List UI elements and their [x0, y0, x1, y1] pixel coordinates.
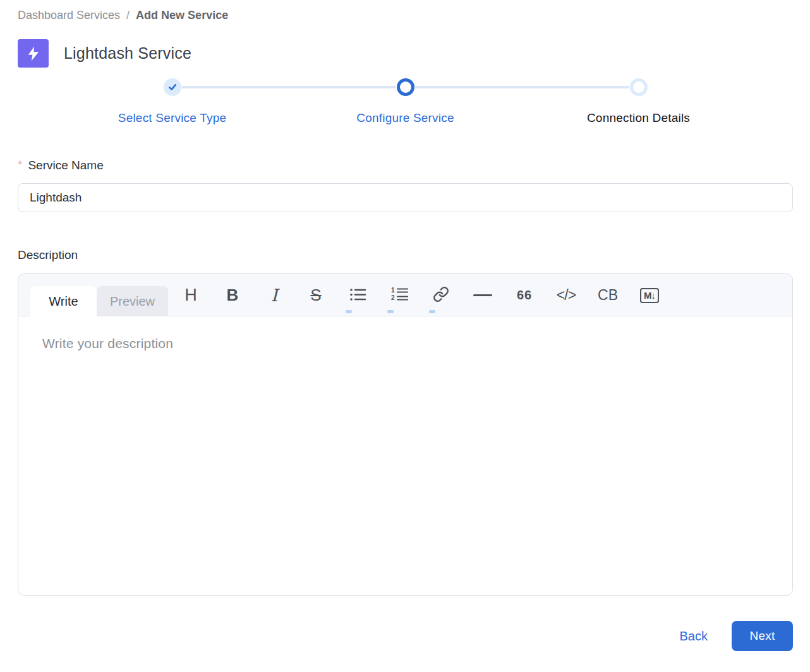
- lightning-bolt-icon: [18, 39, 49, 68]
- step-connector: [415, 86, 523, 88]
- step-label: Configure Service: [356, 111, 454, 125]
- strikethrough-button[interactable]: S: [295, 274, 337, 316]
- back-button[interactable]: Back: [680, 629, 708, 644]
- step-label: Select Service Type: [118, 111, 226, 125]
- link-button[interactable]: [420, 274, 462, 316]
- quote-icon: 66: [517, 288, 532, 303]
- breadcrumb-add-new-service: Add New Service: [136, 9, 228, 22]
- step-connection-details[interactable]: Connection Details: [522, 78, 755, 125]
- editor-tabs: Write Preview: [30, 286, 168, 317]
- tab-preview[interactable]: Preview: [97, 286, 168, 316]
- code-button[interactable]: </>: [545, 274, 587, 316]
- markdown-editor: Write Preview H B I S: [18, 273, 793, 596]
- step-select-service-type[interactable]: Select Service Type: [56, 78, 289, 125]
- next-button[interactable]: Next: [732, 621, 793, 651]
- step-connector: [289, 86, 396, 88]
- unordered-list-icon: [349, 287, 366, 304]
- page-title: Lightdash Service: [64, 44, 191, 63]
- heading-button[interactable]: H: [170, 274, 212, 316]
- breadcrumb-dashboard-services[interactable]: Dashboard Services: [18, 9, 120, 22]
- svg-text:1: 1: [391, 287, 395, 294]
- step-label: Connection Details: [587, 111, 690, 125]
- step-connector: [522, 86, 629, 88]
- required-asterisk: *: [18, 158, 22, 172]
- step-completed-check-icon: [164, 78, 181, 96]
- unordered-list-button[interactable]: [337, 274, 378, 316]
- editor-body: [18, 316, 792, 595]
- tab-write[interactable]: Write: [30, 286, 97, 317]
- markdown-icon: M↓: [640, 288, 659, 303]
- link-icon: [433, 286, 449, 304]
- step-active-circle: [397, 78, 414, 96]
- italic-button[interactable]: I: [253, 274, 295, 316]
- quote-button[interactable]: 66: [504, 274, 545, 316]
- service-name-label-row: * Service Name: [18, 159, 793, 172]
- service-name-input[interactable]: [18, 183, 793, 212]
- stepper: Select Service Type Configure Service Co…: [56, 78, 755, 125]
- service-name-label: Service Name: [28, 159, 103, 172]
- footer-actions: Back Next: [18, 621, 793, 651]
- ordered-list-icon: 1 2: [391, 287, 408, 304]
- step-upcoming-circle: [630, 78, 648, 96]
- horizontal-rule-button[interactable]: [462, 274, 504, 316]
- code-block-button[interactable]: CB: [587, 274, 629, 316]
- breadcrumb-separator: /: [126, 9, 130, 22]
- breadcrumb: Dashboard Services / Add New Service: [18, 9, 793, 22]
- description-label: Description: [18, 248, 793, 262]
- step-connector: [182, 86, 289, 88]
- editor-toolbar: Write Preview H B I S: [18, 274, 792, 316]
- step-configure-service[interactable]: Configure Service: [289, 78, 522, 125]
- bold-icon: B: [227, 285, 239, 305]
- code-block-icon: CB: [598, 287, 618, 304]
- heading-icon: H: [184, 285, 197, 305]
- italic-icon: I: [271, 285, 278, 305]
- toolbar-icons: H B I S: [170, 274, 670, 316]
- description-textarea[interactable]: [18, 316, 792, 595]
- add-new-service-page: Dashboard Services / Add New Service Lig…: [0, 0, 810, 651]
- strikethrough-icon: S: [310, 285, 321, 305]
- bold-button[interactable]: B: [212, 274, 253, 316]
- ordered-list-button[interactable]: 1 2: [378, 274, 420, 316]
- markdown-button[interactable]: M↓: [629, 274, 670, 316]
- svg-text:2: 2: [391, 294, 395, 301]
- page-header: Lightdash Service: [18, 39, 793, 68]
- horizontal-rule-icon: [473, 294, 492, 296]
- code-icon: </>: [557, 287, 576, 304]
